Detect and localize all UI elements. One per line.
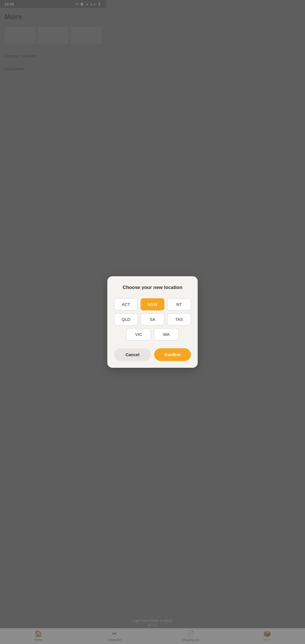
dialog-overlay: Choose your new location ACT NSW NT QLD … xyxy=(0,0,106,229)
